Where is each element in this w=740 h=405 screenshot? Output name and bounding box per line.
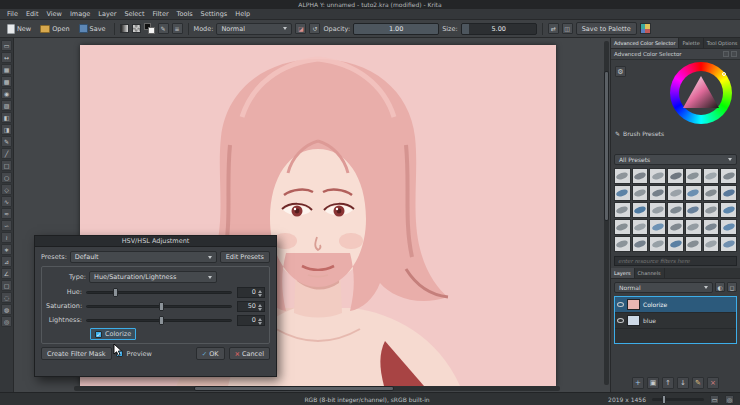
create-filter-mask-button[interactable]: Create Filter Mask <box>41 347 112 360</box>
visibility-eye-icon[interactable] <box>617 318 624 323</box>
layer-row[interactable]: blue <box>615 313 736 329</box>
brush-preset[interactable] <box>667 202 684 218</box>
color-wheel[interactable] <box>670 62 732 124</box>
brush-preset[interactable] <box>703 219 720 235</box>
tab-channels[interactable]: Channels <box>635 268 665 278</box>
add-layer-button[interactable]: + <box>632 377 644 389</box>
new-button[interactable]: New <box>4 23 34 35</box>
foreground-background-colors-icon[interactable] <box>144 23 155 34</box>
visibility-eye-icon[interactable] <box>617 302 624 307</box>
brush-preset[interactable] <box>685 168 702 184</box>
ellipse-tool[interactable]: ○ <box>1 172 12 183</box>
brush-preset[interactable] <box>720 236 737 252</box>
menu-file[interactable]: File <box>3 9 22 19</box>
brush-preset[interactable] <box>614 185 631 201</box>
brush-preset[interactable] <box>720 185 737 201</box>
edit-presets-button[interactable]: Edit Presets <box>220 251 270 263</box>
polyline-tool[interactable]: ∿ <box>1 196 12 207</box>
brush-preset[interactable] <box>685 185 702 201</box>
brush-preset[interactable] <box>614 202 631 218</box>
menu-edit[interactable]: Edit <box>22 9 43 19</box>
menu-layer[interactable]: Layer <box>94 9 120 19</box>
all-presets-dropdown[interactable]: All Presets <box>614 154 737 165</box>
freehand-path-tool[interactable]: ∽ <box>1 220 12 231</box>
brush-preset[interactable] <box>720 168 737 184</box>
tab-layers[interactable]: Layers <box>611 268 635 278</box>
saturation-slider[interactable] <box>86 305 232 308</box>
opacity-slider[interactable]: 1.00 <box>353 23 439 35</box>
brush-preset[interactable] <box>667 168 684 184</box>
zoom-reset-icon[interactable]: ◎ <box>725 395 734 404</box>
brush-preset[interactable] <box>614 236 631 252</box>
colorize-checkbox-row[interactable]: ✓ Colorize <box>90 328 136 340</box>
layer-blend-mode-dropdown[interactable]: Normal <box>614 282 713 293</box>
contiguous-selection-tool[interactable]: ◍ <box>1 304 12 315</box>
lightness-slider-handle[interactable] <box>159 316 164 325</box>
selector-settings-icon[interactable]: ⚙ <box>615 66 626 77</box>
brush-preset[interactable] <box>632 219 649 235</box>
zoom-fit-icon[interactable]: ▭ <box>710 395 719 404</box>
brush-preset[interactable] <box>703 236 720 252</box>
zoom-slider-handle[interactable] <box>662 395 666 404</box>
gradient-chooser-icon[interactable] <box>120 24 129 33</box>
layer-properties-button[interactable]: ✎ <box>692 377 704 389</box>
line-tool[interactable]: ╱ <box>1 148 12 159</box>
brush-preset[interactable] <box>649 236 666 252</box>
edit-brush-settings-icon[interactable]: ≡ <box>172 23 183 34</box>
rectangular-selection-tool[interactable]: ▢ <box>1 280 12 291</box>
spin-arrows-icon[interactable] <box>258 303 263 312</box>
brush-preset[interactable] <box>667 219 684 235</box>
brush-preset[interactable] <box>649 219 666 235</box>
brush-preset[interactable] <box>667 236 684 252</box>
dock-close-icon[interactable] <box>731 51 737 57</box>
brush-preset[interactable] <box>685 236 702 252</box>
brush-preset[interactable] <box>703 168 720 184</box>
menu-select[interactable]: Select <box>120 9 148 19</box>
move-layer-up-button[interactable]: ↑ <box>662 377 674 389</box>
assistants-tool[interactable]: ⊿ <box>1 256 12 267</box>
presets-dropdown[interactable]: Default <box>70 251 217 263</box>
move-layer-down-button[interactable]: ↓ <box>677 377 689 389</box>
enclose-fill-tool[interactable]: ◨ <box>1 124 12 135</box>
spin-arrows-icon[interactable] <box>258 289 263 298</box>
brush-preset[interactable] <box>614 219 631 235</box>
save-to-palette-button[interactable]: Save to Palette <box>576 22 637 35</box>
preview-checkbox[interactable]: ✓ <box>116 350 123 357</box>
brush-preset[interactable] <box>614 168 631 184</box>
layer-lock-icon[interactable]: ◻ <box>727 282 737 292</box>
brush-preset[interactable] <box>667 185 684 201</box>
type-dropdown[interactable]: Hue/Saturation/Lightness <box>89 271 217 283</box>
brush-preset[interactable] <box>649 168 666 184</box>
blending-mode-dropdown[interactable]: Normal <box>216 23 292 35</box>
resource-filter-input[interactable] <box>614 256 737 266</box>
pattern-chooser-icon[interactable] <box>132 24 141 33</box>
gradient-tool[interactable]: ▩ <box>1 76 12 87</box>
wrap-around-mode-icon[interactable]: ◫ <box>562 23 573 34</box>
saturation-slider-handle[interactable] <box>159 302 164 311</box>
lightness-spinbox[interactable]: 0 <box>237 315 265 326</box>
colorize-checkbox[interactable]: ✓ <box>95 331 102 338</box>
menu-filter[interactable]: Filter <box>148 9 172 19</box>
brush-preset[interactable] <box>720 202 737 218</box>
transform-tool[interactable]: ▭ <box>1 40 12 51</box>
canvas-horizontal-scrollbar[interactable] <box>74 386 560 391</box>
dialog-titlebar[interactable]: HSV/HSL Adjustment <box>35 236 276 247</box>
tab-palette[interactable]: Palette <box>679 38 703 48</box>
brush-preset[interactable] <box>685 202 702 218</box>
brush-preset[interactable] <box>703 202 720 218</box>
layer-opacity-icon[interactable]: ◐ <box>715 282 725 292</box>
ok-button[interactable]: ✓ OK <box>196 347 225 360</box>
size-slider[interactable]: 5.00 <box>461 23 537 35</box>
spin-arrows-icon[interactable] <box>258 317 263 326</box>
move-tool[interactable]: ↔ <box>1 52 12 63</box>
zoom-tool[interactable]: ◎ <box>1 316 12 327</box>
freehand-brush-tool[interactable]: ✎ <box>1 136 12 147</box>
palette-icon[interactable] <box>640 23 651 34</box>
menu-tools[interactable]: Tools <box>173 9 197 19</box>
dynamic-brush-tool[interactable]: ≀ <box>1 232 12 243</box>
eraser-mode-icon[interactable]: ◪ <box>295 23 306 34</box>
horizontal-mirror-icon[interactable]: ⇄ <box>548 23 559 34</box>
measure-tool[interactable]: ∠ <box>1 268 12 279</box>
brush-preset[interactable] <box>703 185 720 201</box>
polygon-tool[interactable]: ◇ <box>1 184 12 195</box>
